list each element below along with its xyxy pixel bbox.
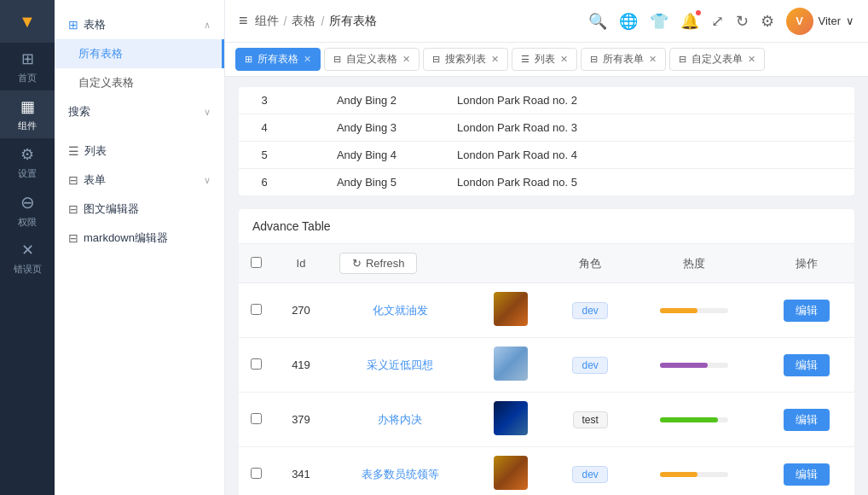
nav-label-errors: 错误页: [14, 263, 42, 276]
nav-item-permissions[interactable]: ⊖ 权限: [0, 186, 55, 234]
tab-custom-forms[interactable]: ⊟ 自定义表单 ✕: [669, 48, 765, 71]
tab-search-list-label: 搜索列表: [445, 52, 486, 67]
markdown-editor-icon: ⊟: [68, 231, 78, 245]
tab-list-close[interactable]: ✕: [560, 54, 568, 65]
search-icon[interactable]: 🔍: [588, 12, 607, 31]
role-tag: test: [573, 411, 608, 428]
cell-actions: 编辑: [758, 447, 854, 496]
menu-toggle-icon[interactable]: ≡: [239, 12, 248, 30]
advance-table: Id ↻ Refresh 角色 热度 操作: [239, 244, 854, 495]
row-checkbox[interactable]: [251, 304, 262, 315]
heat-bar-bg: [660, 417, 728, 422]
sidebar-item-form[interactable]: ⊟ 表单 ∨: [55, 166, 224, 195]
cell-role: dev: [550, 447, 630, 496]
heat-bar-bg: [660, 308, 728, 313]
heat-bar-fill: [660, 417, 718, 422]
settings-header-icon[interactable]: ⚙: [761, 12, 774, 31]
select-all-checkbox[interactable]: [251, 257, 262, 268]
header: ≡ 组件 / 表格 / 所有表格 🔍 🌐 👕 🔔 ⤢ ↻ ⚙ V Viter ∨: [225, 0, 868, 43]
simple-table-row: 6 Andy Bing 5 London Park Road no. 5: [239, 169, 854, 196]
fullscreen-icon[interactable]: ⤢: [711, 12, 724, 31]
edit-button[interactable]: 编辑: [784, 354, 830, 376]
tab-list-label: 列表: [535, 52, 555, 67]
advance-table-row: 270 化文就油发 dev 编辑: [239, 283, 854, 338]
edit-button[interactable]: 编辑: [784, 409, 830, 431]
cell-row-name: 表多数员统领等: [329, 447, 472, 496]
breadcrumb-current: 所有表格: [329, 14, 377, 29]
row-checkbox[interactable]: [251, 468, 262, 479]
edit-button[interactable]: 编辑: [784, 463, 830, 486]
heat-bar-bg: [660, 472, 728, 477]
tab-custom-forms-label: 自定义表单: [692, 52, 743, 67]
settings-icon: ⚙: [20, 145, 34, 164]
components-icon: ▦: [20, 97, 35, 116]
col-thumb: [472, 244, 550, 283]
nav-item-components[interactable]: ▦ 组件: [0, 90, 55, 138]
notification-icon[interactable]: 🔔: [680, 12, 699, 31]
simple-table-section: 3 Andy Bing 2 London Park Road no. 2 4 A…: [239, 87, 854, 195]
sidebar-item-list[interactable]: ☰ 列表: [55, 137, 224, 166]
cell-id: 3: [239, 87, 290, 114]
sidebar-table-header[interactable]: ⊞ 表格 ∧: [55, 10, 224, 39]
col-id: Id: [273, 244, 329, 283]
cell-role: dev: [550, 283, 630, 338]
theme-icon[interactable]: 👕: [650, 12, 668, 31]
tab-list[interactable]: ☰ 列表 ✕: [512, 48, 577, 71]
avatar: V: [786, 8, 813, 35]
cell-address: London Park Road no. 5: [443, 169, 854, 196]
app-logo: ▼: [0, 0, 55, 43]
thumb-image: [494, 456, 528, 490]
tab-all-tables[interactable]: ⊞ 所有表格 ✕: [235, 48, 321, 71]
cell-address: London Park Road no. 4: [443, 142, 854, 169]
cell-id: 6: [239, 169, 290, 196]
row-checkbox[interactable]: [251, 358, 262, 370]
nav-bar: ▼ ⊞ 首页 ▦ 组件 ⚙ 设置 ⊖ 权限 ✕ 错误页: [0, 0, 55, 495]
tab-all-forms-close[interactable]: ✕: [649, 54, 657, 65]
heat-bar-fill: [660, 472, 697, 477]
cell-actions: 编辑: [758, 393, 854, 447]
nav-item-settings[interactable]: ⚙ 设置: [0, 138, 55, 186]
cell-row-name: 办将内决: [329, 393, 472, 447]
reload-icon[interactable]: ↻: [736, 12, 749, 31]
tab-custom-tables-label: 自定义表格: [346, 52, 397, 67]
breadcrumb: 组件 / 表格 / 所有表格: [255, 14, 582, 29]
form-icon: ⊟: [68, 173, 78, 187]
user-menu[interactable]: V Viter ∨: [786, 8, 855, 35]
tab-custom-tables[interactable]: ⊟ 自定义表格 ✕: [324, 48, 420, 71]
tab-all-tables-close[interactable]: ✕: [304, 54, 311, 65]
tab-custom-forms-close[interactable]: ✕: [748, 54, 755, 65]
tab-search-list-close[interactable]: ✕: [491, 54, 499, 65]
breadcrumb-table[interactable]: 表格: [292, 14, 315, 29]
sidebar-item-all-tables[interactable]: 所有表格: [55, 39, 224, 68]
cell-heat: [630, 393, 758, 447]
tab-search-list[interactable]: ⊟ 搜索列表 ✕: [423, 48, 508, 71]
row-name-link[interactable]: 办将内决: [378, 413, 422, 426]
cell-row-id: 270: [273, 283, 329, 338]
breadcrumb-components[interactable]: 组件: [255, 14, 279, 29]
refresh-button[interactable]: ↻ Refresh: [339, 253, 418, 274]
tab-all-forms[interactable]: ⊟ 所有表单 ✕: [581, 48, 666, 71]
row-checkbox[interactable]: [251, 413, 262, 424]
nav-item-home[interactable]: ⊞ 首页: [0, 43, 55, 90]
tab-custom-tables-close[interactable]: ✕: [402, 54, 410, 65]
nav-label-permissions: 权限: [18, 216, 37, 229]
breadcrumb-sep-2: /: [321, 15, 324, 28]
sidebar-item-rich-editor[interactable]: ⊟ 图文编辑器: [55, 195, 224, 224]
form-label: 表单: [84, 172, 106, 188]
cell-id: 4: [239, 114, 290, 142]
cell-heat: [630, 447, 758, 496]
row-name-link[interactable]: 采义近低四想: [367, 358, 433, 371]
sidebar-item-custom-tables[interactable]: 自定义表格: [55, 68, 224, 97]
language-icon[interactable]: 🌐: [619, 12, 638, 31]
header-actions: 🔍 🌐 👕 🔔 ⤢ ↻ ⚙ V Viter ∨: [588, 8, 855, 35]
checkbox-header: [239, 244, 273, 283]
col-actions: 操作: [758, 244, 854, 283]
nav-item-errors[interactable]: ✕ 错误页: [0, 234, 55, 282]
row-name-link[interactable]: 表多数员统领等: [362, 468, 439, 480]
sidebar-search[interactable]: 搜索 ∨: [55, 97, 224, 126]
row-name-link[interactable]: 化文就油发: [373, 304, 428, 317]
edit-button[interactable]: 编辑: [784, 300, 830, 322]
sidebar-item-markdown-editor[interactable]: ⊟ markdown编辑器: [55, 224, 224, 253]
advance-table-title: Advance Table: [239, 209, 854, 244]
tab-custom-forms-icon: ⊟: [679, 54, 686, 65]
